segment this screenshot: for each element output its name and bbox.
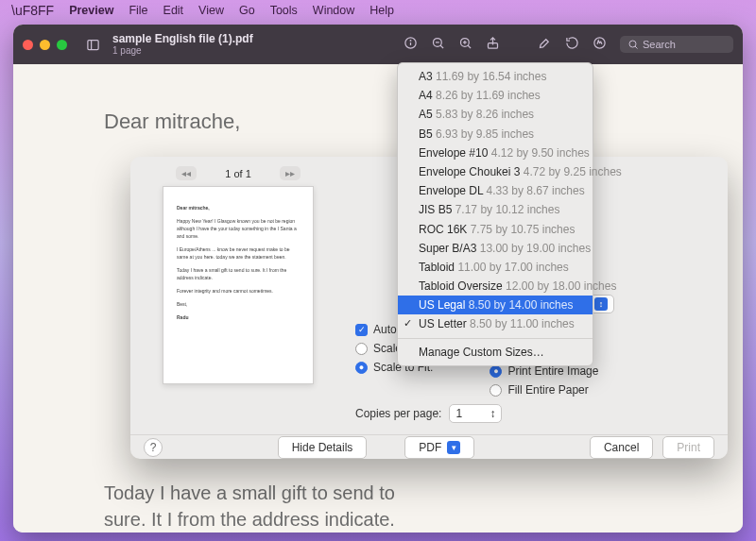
svg-line-15 — [635, 46, 638, 49]
share-icon[interactable] — [486, 36, 500, 53]
paper-size-name: Tabloid Oversize — [419, 279, 506, 293]
paper-size-dimensions: 8.50 by 14.00 inches — [469, 298, 574, 312]
search-placeholder: Search — [643, 39, 676, 50]
paper-size-dimensions: 11.00 by 17.00 inches — [457, 261, 568, 274]
svg-line-9 — [468, 45, 471, 48]
info-icon[interactable] — [404, 36, 418, 53]
paper-size-dimensions: 7.17 by 10.12 inches — [455, 203, 560, 216]
window-zoom-button[interactable] — [57, 40, 67, 50]
chevron-updown-icon: ↕ — [490, 407, 495, 420]
print-entire-label: Print Entire Image — [507, 364, 598, 378]
paper-size-dimensions: 5.83 by 8.26 inches — [436, 108, 534, 121]
paper-size-name: A4 — [419, 89, 436, 102]
paper-size-name: A3 — [419, 70, 436, 83]
rotate-icon[interactable] — [565, 36, 579, 53]
menu-tools[interactable]: Tools — [270, 4, 298, 17]
svg-line-6 — [440, 45, 443, 48]
paper-size-option[interactable]: A5 5.83 by 8.26 inches — [398, 105, 593, 124]
paper-size-dimensions: 8.50 by 11.00 inches — [470, 317, 575, 330]
help-button[interactable]: ? — [144, 438, 163, 457]
window-title: sample English file (1).pdf 1 page — [112, 33, 253, 56]
paper-size-dimensions: 13.00 by 19.00 inches — [480, 242, 591, 255]
zoom-out-icon[interactable] — [431, 36, 445, 53]
copies-per-page-value: 1 — [455, 407, 462, 420]
fill-paper-label: Fill Entire Paper — [507, 383, 588, 397]
cancel-button[interactable]: Cancel — [590, 436, 653, 459]
apple-menu-icon[interactable]: \uF8FF — [11, 3, 54, 18]
sidebar-toggle-icon[interactable] — [82, 34, 103, 55]
paper-size-option[interactable]: Envelope Choukei 3 4.72 by 9.25 inches — [398, 162, 593, 181]
window-subtitle: 1 page — [112, 45, 253, 56]
menubar: \uF8FF Preview File Edit View Go Tools W… — [0, 0, 756, 21]
paper-size-dimensions: 11.69 by 16.54 inches — [436, 70, 546, 83]
doc-lower-paragraph: Today I have a small gift to send to sur… — [104, 480, 425, 533]
paper-size-dimensions: 7.75 by 10.75 inches — [471, 223, 576, 236]
paper-size-option[interactable]: Super B/A3 13.00 by 19.00 inches — [398, 239, 593, 258]
svg-rect-0 — [87, 40, 97, 49]
paper-size-option[interactable]: Envelope DL 4.33 by 8.67 inches — [398, 181, 593, 200]
paper-size-dimensions: 4.33 by 8.67 inches — [487, 184, 585, 197]
copies-per-page-select[interactable]: 1 ↕ — [449, 404, 502, 423]
menu-view[interactable]: View — [198, 4, 224, 17]
window-title-text: sample English file (1).pdf — [112, 33, 253, 45]
window-minimize-button[interactable] — [40, 40, 50, 50]
menu-file[interactable]: File — [129, 4, 147, 17]
paper-size-dimensions: 4.72 by 9.25 inches — [524, 165, 622, 178]
paper-size-menu[interactable]: A3 11.69 by 16.54 inchesA4 8.26 by 11.69… — [397, 62, 593, 366]
auto-rotate-checkbox[interactable]: ✓ — [355, 324, 368, 336]
paper-size-dimensions: 4.12 by 9.50 inches — [491, 146, 590, 160]
print-entire-radio[interactable]: ● — [490, 365, 502, 378]
chevron-down-icon: ▾ — [447, 441, 460, 454]
paper-size-name: Envelope #10 — [419, 146, 491, 160]
manage-custom-sizes[interactable]: Manage Custom Sizes… — [398, 343, 593, 362]
paper-size-name: Envelope DL — [419, 184, 487, 197]
search-icon — [627, 39, 639, 50]
app-menu[interactable]: Preview — [69, 4, 113, 17]
menu-go[interactable]: Go — [239, 4, 255, 17]
paper-size-option[interactable]: Tabloid Oversize 12.00 by 18.00 inches — [398, 277, 593, 296]
svg-point-4 — [410, 41, 411, 42]
preview-window: sample English file (1).pdf 1 page Searc… — [13, 25, 743, 533]
print-button[interactable]: Print — [662, 436, 714, 459]
label-copies-per-page: Copies per page: — [355, 407, 441, 420]
paper-size-option[interactable]: Tabloid 11.00 by 17.00 inches — [398, 258, 593, 277]
preview-next-button[interactable]: ▸▸ — [280, 166, 301, 180]
paper-size-name: ROC 16K — [419, 223, 471, 236]
scale-radio[interactable] — [355, 343, 368, 355]
search-field[interactable]: Search — [620, 36, 733, 53]
zoom-in-icon[interactable] — [458, 36, 472, 53]
menu-window[interactable]: Window — [313, 4, 354, 17]
paper-size-option[interactable]: JIS B5 7.17 by 10.12 inches — [398, 200, 593, 219]
window-close-button[interactable] — [23, 40, 33, 50]
paper-size-option[interactable]: A4 8.26 by 11.69 inches — [398, 86, 593, 105]
menu-edit[interactable]: Edit — [163, 4, 184, 17]
preview-page-counter: 1 of 1 — [225, 168, 251, 179]
paper-size-option[interactable]: A3 11.69 by 16.54 inches — [398, 67, 593, 86]
paper-size-dimensions: 12.00 by 18.00 inches — [506, 279, 616, 293]
paper-size-dimensions: 6.93 by 9.85 inches — [436, 127, 534, 141]
pdf-dropdown-button[interactable]: PDF ▾ — [404, 436, 474, 459]
paper-size-option[interactable]: Envelope #10 4.12 by 9.50 inches — [398, 144, 593, 162]
preview-prev-button[interactable]: ◂◂ — [176, 166, 197, 180]
highlight-icon[interactable] — [538, 36, 552, 53]
print-dialog-footer: ? Hide Details PDF ▾ Cancel Print — [130, 434, 728, 459]
paper-size-option[interactable]: US Legal 8.50 by 14.00 inches — [398, 296, 593, 314]
paper-size-option[interactable]: B5 6.93 by 9.85 inches — [398, 125, 593, 144]
paper-size-name: Tabloid — [419, 261, 457, 274]
print-preview-thumbnail: Dear mitrache, Happy New Year! I Glasgow… — [163, 186, 314, 384]
traffic-lights — [23, 40, 67, 50]
paper-size-option[interactable]: ROC 16K 7.75 by 10.75 inches — [398, 220, 593, 239]
scale-to-fit-radio[interactable]: ● — [355, 362, 368, 374]
paper-size-option[interactable]: ✓US Letter 8.50 by 11.00 inches — [398, 314, 593, 333]
window-toolbar: sample English file (1).pdf 1 page Searc… — [13, 25, 743, 64]
paper-size-name: Envelope Choukei 3 — [419, 165, 524, 178]
paper-size-name: A5 — [419, 108, 436, 121]
chevron-updown-icon: ↕ — [594, 297, 608, 311]
check-icon: ✓ — [404, 316, 412, 330]
paper-size-name: B5 — [419, 127, 436, 141]
hide-details-button[interactable]: Hide Details — [278, 436, 368, 459]
fill-paper-radio[interactable] — [490, 384, 502, 397]
menu-help[interactable]: Help — [369, 4, 394, 17]
markup-icon[interactable] — [593, 36, 607, 53]
paper-size-name: Super B/A3 — [419, 242, 480, 255]
